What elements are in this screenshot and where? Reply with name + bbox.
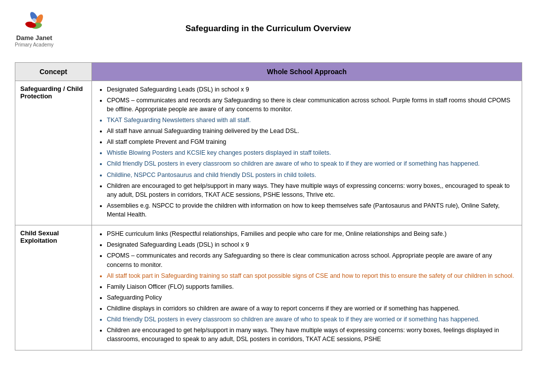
list-item: Designated Safeguarding Leads (DSL) in s… [107, 85, 517, 94]
list-item: Whistle Blowing Posters and KCSIE key ch… [107, 148, 517, 157]
list-item: All staff have annual Safeguarding train… [107, 127, 517, 135]
svg-point-4 [32, 18, 37, 23]
list-item: Family Liaison Officer (FLO) supports fa… [107, 282, 517, 291]
col-concept-header: Concept [15, 62, 92, 81]
list-item: Children are encouraged to get help/supp… [107, 181, 517, 199]
list-item: Children are encouraged to get help/supp… [107, 326, 517, 344]
list-item: CPOMS – communicates and records any Saf… [107, 251, 517, 269]
page-header: Dame Janet Primary Academy Safeguarding … [15, 10, 522, 47]
concept-cell: Safeguarding / Child Protection [15, 81, 92, 225]
page-title: Safeguarding in the Curriculum Overview [73, 24, 522, 34]
content-cell: Designated Safeguarding Leads (DSL) in s… [92, 81, 522, 225]
concept-cell: Child Sexual Exploitation [15, 225, 92, 350]
list-item: All staff complete Prevent and FGM train… [107, 137, 517, 146]
list-item: Childline displays in corridors so child… [107, 304, 517, 313]
list-item: Designated Safeguarding Leads (DSL) in s… [107, 240, 517, 249]
list-item: TKAT Safeguarding Newsletters shared wit… [107, 116, 517, 125]
list-item: Child friendly DSL posters in every clas… [107, 159, 517, 168]
list-item: CPOMS – communicates and records any Saf… [107, 96, 517, 114]
logo-name: Dame Janet [16, 34, 52, 42]
logo-subtitle: Primary Academy [15, 42, 53, 47]
list-item: All staff took part in Safeguarding trai… [107, 271, 517, 280]
content-cell: PSHE curriculum links (Respectful relati… [92, 225, 522, 350]
logo-icon [22, 10, 46, 32]
list-item: PSHE curriculum links (Respectful relati… [107, 229, 517, 238]
table-row: Safeguarding / Child ProtectionDesignate… [15, 81, 522, 225]
table-row: Child Sexual ExploitationPSHE curriculum… [15, 225, 522, 350]
list-item: Safeguarding Policy [107, 293, 517, 302]
list-item: Assemblies e.g. NSPCC to provide the chi… [107, 201, 517, 219]
col-approach-header: Whole School Approach [92, 62, 522, 81]
table-header-row: Concept Whole School Approach [15, 62, 522, 81]
logo: Dame Janet Primary Academy [15, 10, 53, 47]
list-item: Child friendly DSL posters in every clas… [107, 315, 517, 324]
list-item: Childline, NSPCC Pantosaurus and child f… [107, 171, 517, 179]
overview-table: Concept Whole School Approach Safeguardi… [15, 62, 522, 350]
